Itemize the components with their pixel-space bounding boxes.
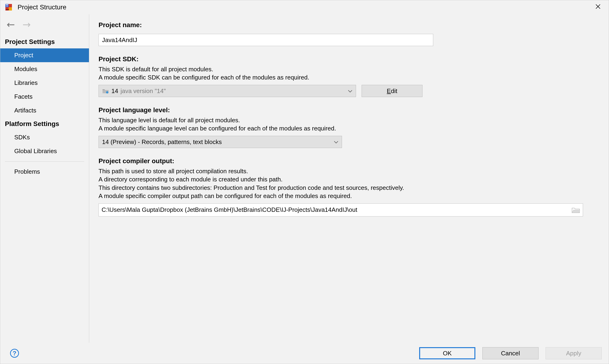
sdk-combobox[interactable]: 14 java version "14" <box>98 85 356 97</box>
chevron-down-icon <box>348 88 352 94</box>
lang-desc-2: A module specific language level can be … <box>98 124 599 132</box>
sidebar-item-artifacts[interactable]: Artifacts <box>0 104 89 117</box>
help-button[interactable]: ? <box>10 349 19 358</box>
output-desc-1: This path is used to store all project c… <box>98 167 599 175</box>
sdk-desc-2: A module specific SDK can be configured … <box>98 73 599 82</box>
dialog-footer: ? OK Cancel Apply <box>0 343 609 364</box>
content-panel: Project name: Project SDK: This SDK is d… <box>89 14 609 343</box>
folder-icon <box>102 88 109 94</box>
window-title: Project Structure <box>17 3 592 11</box>
svg-point-7 <box>106 91 108 93</box>
project-sdk-label: Project SDK: <box>98 55 599 63</box>
ok-button[interactable]: OK <box>419 347 475 359</box>
sidebar-item-facets[interactable]: Facets <box>0 90 89 104</box>
sidebar: 🡐 🡒 Project Settings Project Modules Lib… <box>0 14 89 343</box>
sidebar-item-modules[interactable]: Modules <box>0 62 89 76</box>
title-bar: IJ EAP Project Structure <box>0 0 609 14</box>
compiler-output-label: Project compiler output: <box>98 157 599 165</box>
sidebar-section-project-settings: Project Settings <box>0 35 89 48</box>
project-name-input[interactable] <box>98 34 433 46</box>
output-desc-2: A directory corresponding to each module… <box>98 175 599 183</box>
svg-text:IJ: IJ <box>6 5 8 7</box>
edit-button-rest: dit <box>391 87 397 94</box>
edit-sdk-button[interactable]: Edit <box>362 85 422 97</box>
nav-forward-icon: 🡒 <box>23 21 31 29</box>
sidebar-section-platform-settings: Platform Settings <box>0 117 89 130</box>
sidebar-item-project[interactable]: Project <box>0 48 89 62</box>
language-level-combobox[interactable]: 14 (Preview) - Records, patterns, text b… <box>98 136 342 148</box>
nav-back-icon[interactable]: 🡐 <box>7 21 15 29</box>
project-name-label: Project name: <box>98 21 599 29</box>
output-desc-3: This directory contains two subdirectori… <box>98 184 599 192</box>
svg-text:EAP: EAP <box>6 9 9 10</box>
chevron-down-icon <box>334 139 338 145</box>
sidebar-divider <box>5 161 84 162</box>
browse-folder-icon[interactable] <box>572 207 580 213</box>
intellij-icon: IJ EAP <box>5 3 13 11</box>
close-button[interactable] <box>592 2 604 13</box>
sidebar-item-sdks[interactable]: SDKs <box>0 130 89 144</box>
sidebar-item-libraries[interactable]: Libraries <box>0 76 89 90</box>
compiler-output-field[interactable] <box>98 203 583 217</box>
sidebar-item-global-libraries[interactable]: Global Libraries <box>0 144 89 158</box>
language-level-label: Project language level: <box>98 106 599 114</box>
output-desc-4: A module specific compiler output path c… <box>98 192 599 200</box>
sdk-selected-main: 14 <box>111 87 118 95</box>
sidebar-item-problems[interactable]: Problems <box>0 165 89 179</box>
apply-button[interactable]: Apply <box>546 347 602 359</box>
cancel-button[interactable]: Cancel <box>482 347 539 359</box>
sdk-desc-1: This SDK is default for all project modu… <box>98 65 599 73</box>
compiler-output-input[interactable] <box>102 206 572 213</box>
sdk-selected-sub: java version "14" <box>121 87 166 95</box>
lang-desc-1: This language level is default for all p… <box>98 116 599 124</box>
lang-selected: 14 (Preview) - Records, patterns, text b… <box>102 138 222 146</box>
svg-rect-2 <box>9 7 12 11</box>
